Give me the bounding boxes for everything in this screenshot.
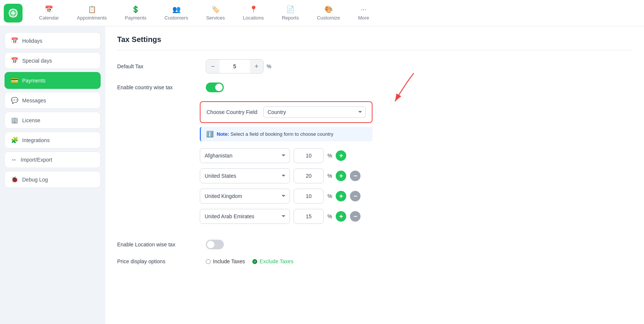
services-nav-icon: 🏷️: [211, 5, 220, 14]
tax-input-uk[interactable]: [294, 189, 324, 204]
percent-afghanistan: %: [327, 153, 332, 159]
sidebar-item-license[interactable]: 🏢 License: [5, 112, 101, 129]
nav-item-payments[interactable]: 💲 Payments: [116, 2, 155, 24]
tax-percent-label: %: [267, 63, 271, 69]
remove-row-button-uk[interactable]: −: [350, 191, 360, 201]
country-tax-row-afghanistan: Afghanistan % +: [200, 148, 632, 163]
note-prefix: Note:: [217, 131, 229, 137]
payments-icon: 💳: [11, 77, 18, 84]
sidebar-label-license: License: [22, 117, 40, 123]
nav-label-payments: Payments: [125, 15, 146, 21]
location-wise-toggle[interactable]: [206, 240, 224, 249]
price-display-control: Include Taxes Exclude Taxes: [206, 258, 293, 264]
nav-label-calendar: Calendar: [39, 15, 59, 21]
calendar-nav-icon: 📅: [45, 5, 53, 14]
nav-item-reports[interactable]: 📄 Reports: [273, 2, 308, 24]
nav-item-customize[interactable]: 🎨 Customize: [308, 2, 349, 24]
nav-item-services[interactable]: 🏷️ Services: [197, 2, 234, 24]
sidebar-label-holidays: Holidays: [22, 38, 42, 44]
country-field-select[interactable]: Country: [263, 106, 366, 118]
default-tax-label: Default Tax: [117, 63, 200, 69]
country-tax-list: Afghanistan % + United States % + −: [200, 148, 632, 229]
exclude-taxes-option[interactable]: Exclude Taxes: [252, 258, 293, 264]
nav-item-appointments[interactable]: 📋 Appointments: [68, 2, 116, 24]
location-toggle-slider: [206, 240, 224, 249]
remove-row-button-uae[interactable]: −: [350, 211, 360, 222]
page-title: Tax Settings: [117, 35, 632, 50]
country-select-uae[interactable]: United Arab Emirates: [200, 209, 290, 224]
integrations-icon: 🧩: [11, 136, 18, 144]
nav-item-calendar[interactable]: 📅 Calendar: [30, 2, 68, 24]
sidebar-item-holidays[interactable]: 📅 Holidays: [5, 32, 101, 49]
tax-value-input[interactable]: [220, 60, 250, 73]
appointments-nav-icon: 📋: [88, 5, 96, 14]
import-export-icon: ↔: [11, 156, 17, 163]
country-select-uk[interactable]: United Kingdom: [200, 189, 290, 204]
remove-row-button-us[interactable]: −: [350, 171, 360, 181]
exclude-taxes-label: Exclude Taxes: [259, 258, 293, 264]
messages-icon: 💬: [11, 97, 18, 104]
include-taxes-radio[interactable]: [206, 259, 211, 264]
nav-item-customers[interactable]: 👥 Customers: [155, 2, 197, 24]
country-tax-row-us: United States % + −: [200, 168, 632, 183]
nav-item-locations[interactable]: 📍 Locations: [234, 2, 273, 24]
sidebar-label-import-export: Import/Export: [21, 157, 52, 163]
app-logo[interactable]: [4, 4, 23, 22]
nav-label-more: More: [358, 15, 369, 21]
sidebar-item-integrations[interactable]: 🧩 Integrations: [5, 132, 101, 148]
holidays-icon: 📅: [11, 37, 18, 44]
add-row-button-us[interactable]: +: [336, 171, 346, 181]
tax-input-us[interactable]: [294, 168, 324, 183]
sidebar-item-messages[interactable]: 💬 Messages: [5, 92, 101, 109]
include-taxes-option[interactable]: Include Taxes: [206, 258, 245, 264]
top-navigation: 📅 Calendar 📋 Appointments 💲 Payments 👥 C…: [0, 0, 644, 26]
nav-items: 📅 Calendar 📋 Appointments 💲 Payments 👥 C…: [30, 2, 640, 24]
sidebar-item-payments[interactable]: 💳 Payments: [5, 72, 101, 89]
sidebar: 📅 Holidays 📅 Special days 💳 Payments 💬 M…: [0, 26, 105, 324]
default-tax-row: Default Tax − + %: [117, 59, 632, 74]
country-select-afghanistan[interactable]: Afghanistan: [200, 148, 290, 163]
tax-input-afghanistan[interactable]: [294, 148, 324, 163]
country-select-us[interactable]: United States: [200, 168, 290, 183]
country-field-wrapper: Choose Country Field Country: [200, 101, 373, 123]
note-content: Select a field of booking form to choose…: [231, 131, 333, 137]
enable-country-wise-label: Enable country wise tax: [117, 84, 200, 90]
nav-item-more[interactable]: ··· More: [349, 3, 378, 24]
default-tax-control: − + %: [206, 59, 271, 74]
info-icon: ℹ️: [206, 130, 214, 138]
tax-stepper: − +: [206, 59, 264, 74]
country-wise-toggle[interactable]: [206, 82, 224, 92]
payments-nav-icon: 💲: [131, 5, 140, 14]
add-row-button-uk[interactable]: +: [336, 191, 346, 201]
note-box: ℹ️ Note: Select a field of booking form …: [200, 127, 373, 141]
sidebar-item-debug-log[interactable]: 🐞 Debug Log: [5, 171, 101, 188]
more-nav-icon: ···: [361, 6, 366, 14]
sidebar-item-import-export[interactable]: ↔ Import/Export: [5, 152, 101, 168]
sidebar-label-messages: Messages: [22, 98, 46, 104]
tax-input-uae[interactable]: [294, 209, 324, 224]
country-wise-toggle-control: [206, 82, 224, 92]
nav-label-customers: Customers: [164, 15, 188, 21]
percent-uae: %: [327, 213, 332, 219]
sidebar-item-special-days[interactable]: 📅 Special days: [5, 52, 101, 69]
license-icon: 🏢: [11, 117, 18, 124]
price-display-radio-group: Include Taxes Exclude Taxes: [206, 258, 293, 264]
main-content: Tax Settings Default Tax − + % Enable co…: [105, 26, 644, 324]
add-row-button-uae[interactable]: +: [336, 211, 346, 222]
location-wise-toggle-control: [206, 240, 224, 249]
tax-decrease-button[interactable]: −: [206, 60, 220, 73]
add-country-button[interactable]: +: [336, 150, 346, 161]
locations-nav-icon: 📍: [249, 5, 258, 14]
reports-nav-icon: 📄: [286, 5, 294, 14]
country-tax-row-uae: United Arab Emirates % + −: [200, 209, 632, 224]
tax-increase-button[interactable]: +: [250, 60, 263, 73]
nav-label-appointments: Appointments: [77, 15, 107, 21]
nav-label-reports: Reports: [282, 15, 299, 21]
percent-us: %: [327, 173, 332, 179]
sidebar-label-integrations: Integrations: [22, 137, 50, 143]
nav-label-customize: Customize: [317, 15, 340, 21]
percent-uk: %: [327, 193, 332, 199]
exclude-taxes-radio[interactable]: [252, 259, 257, 264]
price-display-row: Price display options Include Taxes Excl…: [117, 258, 632, 264]
sidebar-label-payments: Payments: [22, 78, 45, 84]
